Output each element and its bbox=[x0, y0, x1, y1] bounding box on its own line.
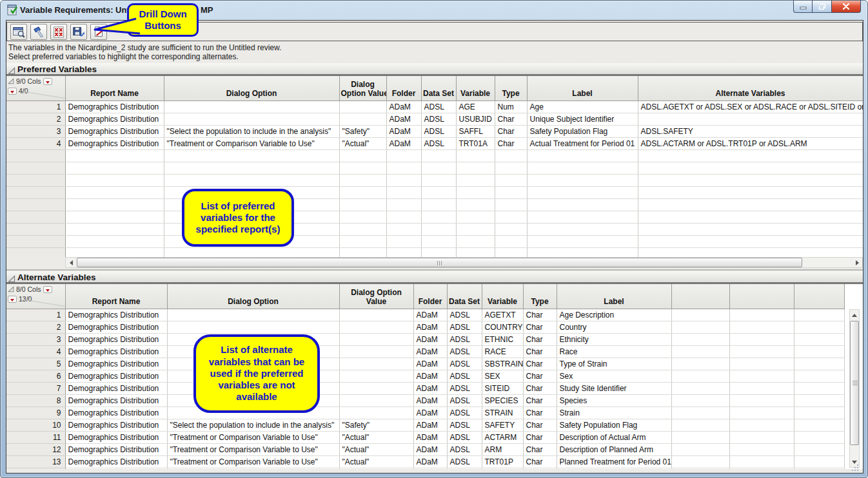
column-header[interactable]: Dialog Option bbox=[164, 76, 339, 100]
row-number[interactable]: 4 bbox=[6, 345, 65, 358]
cell[interactable]: ADSL bbox=[421, 137, 456, 149]
cell[interactable] bbox=[729, 394, 794, 406]
cell[interactable]: ADSL bbox=[447, 382, 482, 394]
cell[interactable]: Char bbox=[495, 125, 527, 137]
cell[interactable] bbox=[671, 370, 729, 382]
cell[interactable] bbox=[729, 333, 794, 345]
cell[interactable]: Char bbox=[523, 333, 557, 345]
cell[interactable] bbox=[339, 100, 386, 113]
cell[interactable]: Char bbox=[523, 358, 557, 370]
preferred-section-header[interactable]: Preferred Variables bbox=[6, 63, 863, 76]
cell[interactable]: Char bbox=[523, 345, 557, 358]
cell[interactable] bbox=[671, 321, 729, 333]
cell[interactable]: ADaM bbox=[386, 100, 421, 113]
cell[interactable]: ADaM bbox=[413, 419, 447, 431]
cell[interactable] bbox=[339, 345, 413, 358]
row-number[interactable]: 8 bbox=[6, 394, 65, 406]
row-number[interactable]: 6 bbox=[6, 370, 65, 382]
cell[interactable]: ADSL bbox=[447, 419, 482, 431]
toolbar-button-save-export-icon[interactable] bbox=[70, 24, 87, 40]
alternate-vertical-scrollbar[interactable] bbox=[849, 309, 860, 468]
preferred-horizontal-scrollbar[interactable] bbox=[65, 257, 863, 268]
cell[interactable]: Char bbox=[523, 431, 557, 443]
cell[interactable]: ADSL bbox=[447, 321, 482, 333]
cell[interactable]: Demographics Distribution bbox=[65, 394, 167, 406]
cell[interactable]: Description of Actual Arm bbox=[557, 431, 671, 443]
cell[interactable]: ADaM bbox=[413, 431, 447, 443]
cell[interactable]: COUNTRY bbox=[482, 321, 523, 333]
cell[interactable] bbox=[339, 358, 413, 370]
cell[interactable] bbox=[794, 455, 844, 468]
scroll-left-button[interactable] bbox=[66, 258, 76, 267]
column-header[interactable]: Dialog Option bbox=[167, 284, 339, 309]
column-header[interactable]: Data Set bbox=[447, 284, 482, 309]
cell[interactable]: ADaM bbox=[386, 125, 421, 137]
cell[interactable]: Ethnicity bbox=[557, 333, 671, 345]
column-header[interactable]: Report Name bbox=[65, 284, 167, 309]
cell[interactable]: ADSL.SAFETY bbox=[638, 125, 863, 137]
cell[interactable] bbox=[638, 113, 863, 125]
column-header[interactable] bbox=[794, 284, 844, 309]
cell[interactable]: Unique Subject Identifier bbox=[527, 113, 638, 125]
cell[interactable] bbox=[339, 321, 413, 333]
resize-grip[interactable] bbox=[851, 463, 860, 472]
cell[interactable] bbox=[729, 309, 794, 321]
scroll-up-button[interactable] bbox=[850, 310, 859, 320]
cell[interactable]: ADSL.ACTARM or ADSL.TRT01P or ADSL.ARM bbox=[638, 137, 863, 149]
cell[interactable]: ADaM bbox=[386, 113, 421, 125]
cell[interactable] bbox=[671, 382, 729, 394]
cell[interactable]: Demographics Distribution bbox=[65, 406, 167, 419]
cell[interactable]: STRAIN bbox=[482, 406, 523, 419]
cell[interactable] bbox=[729, 455, 794, 468]
cell[interactable] bbox=[671, 443, 729, 455]
restore-button[interactable] bbox=[813, 1, 831, 13]
cell[interactable]: Age Description bbox=[557, 309, 671, 321]
row-number[interactable]: 13 bbox=[6, 455, 65, 468]
row-number[interactable]: 9 bbox=[6, 406, 65, 419]
cell[interactable]: USUBJID bbox=[456, 113, 495, 125]
cell[interactable] bbox=[339, 394, 413, 406]
cell[interactable]: "Safety" bbox=[339, 125, 386, 137]
cell[interactable]: Description of Planned Arm bbox=[557, 443, 671, 455]
cell[interactable]: Demographics Distribution bbox=[65, 358, 167, 370]
cell[interactable]: "Treatment or Comparison Variable to Use… bbox=[167, 431, 339, 443]
cell[interactable] bbox=[729, 358, 794, 370]
cell[interactable]: ADaM bbox=[413, 443, 447, 455]
scrollbar-thumb[interactable] bbox=[850, 321, 859, 445]
cell[interactable] bbox=[339, 333, 413, 345]
row-number[interactable]: 3 bbox=[6, 333, 65, 345]
cell[interactable] bbox=[671, 406, 729, 419]
cell[interactable]: Char bbox=[523, 382, 557, 394]
cell[interactable] bbox=[729, 419, 794, 431]
cell[interactable]: Demographics Distribution bbox=[65, 345, 167, 358]
column-header[interactable]: DialogOption Value bbox=[339, 76, 386, 100]
cell[interactable]: Demographics Distribution bbox=[65, 431, 167, 443]
cell[interactable]: Demographics Distribution bbox=[65, 309, 167, 321]
cell[interactable]: ADaM bbox=[413, 345, 447, 358]
cell[interactable]: Char bbox=[495, 137, 527, 149]
cell[interactable] bbox=[339, 113, 386, 125]
cell[interactable]: ADSL bbox=[447, 406, 482, 419]
cell[interactable] bbox=[671, 333, 729, 345]
cell[interactable] bbox=[729, 382, 794, 394]
cell[interactable]: Demographics Distribution bbox=[65, 333, 167, 345]
column-header[interactable]: Label bbox=[557, 284, 671, 309]
cell[interactable]: TRT01P bbox=[482, 455, 523, 468]
cell[interactable]: ADSL bbox=[447, 358, 482, 370]
cell[interactable]: RACE bbox=[482, 345, 523, 358]
row-menu-icon[interactable] bbox=[8, 88, 17, 95]
cell[interactable]: ADSL bbox=[447, 394, 482, 406]
toolbar-button-report-preview-icon[interactable] bbox=[10, 24, 27, 40]
row-number[interactable]: 2 bbox=[6, 321, 65, 333]
toolbar-button-hammer-tool-icon[interactable] bbox=[30, 24, 47, 40]
cell[interactable]: ADSL bbox=[447, 455, 482, 468]
cell[interactable] bbox=[729, 443, 794, 455]
cell[interactable]: ADSL bbox=[421, 100, 456, 113]
cell[interactable]: ADaM bbox=[413, 309, 447, 321]
cell[interactable]: ADSL bbox=[421, 113, 456, 125]
cell[interactable]: SPECIES bbox=[482, 394, 523, 406]
cell[interactable]: Age bbox=[527, 100, 638, 113]
cell[interactable]: SBSTRAIN bbox=[482, 358, 523, 370]
cell[interactable]: ACTARM bbox=[482, 431, 523, 443]
cell[interactable]: TRT01A bbox=[456, 137, 495, 149]
